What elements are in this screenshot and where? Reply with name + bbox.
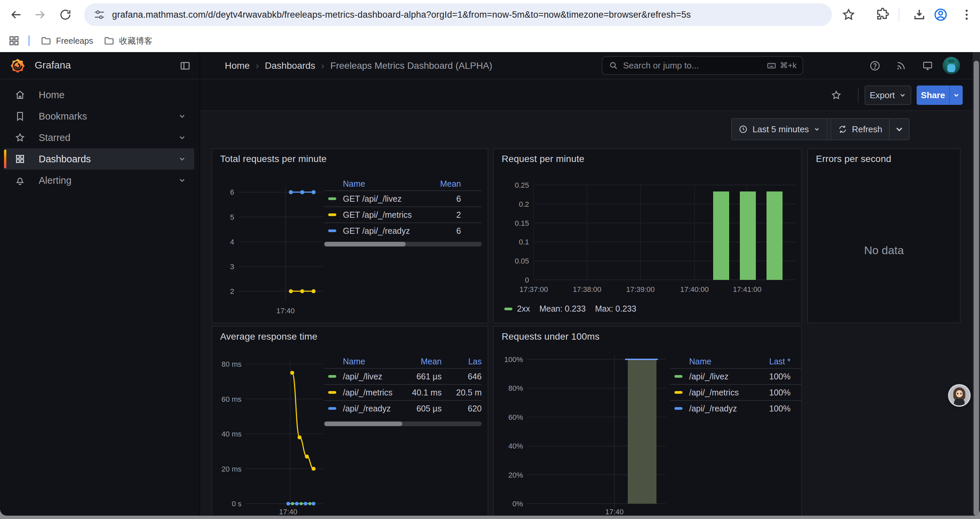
svg-text:0.1: 0.1 (519, 238, 529, 246)
dashboards-grid-icon (15, 153, 25, 164)
sidebar-item-starred[interactable]: Starred (4, 127, 194, 148)
breadcrumb-current: Freeleaps Metrics Dashboard (ALPHA) (330, 61, 492, 71)
legend-row: GET /api/_/readyz6 (324, 222, 482, 238)
news-rss-icon[interactable] (895, 60, 907, 72)
apps-grid-icon[interactable] (8, 35, 20, 47)
refresh-interval-dropdown[interactable] (889, 119, 909, 140)
chevron-down-icon[interactable] (178, 134, 186, 142)
extensions-icon[interactable] (875, 7, 890, 22)
legend-row: GET /api/_/livez6 (324, 190, 482, 206)
time-range-button[interactable]: Last 5 minutes (732, 119, 827, 140)
favorite-star-icon[interactable] (830, 89, 842, 101)
no-data-message: No data (808, 244, 960, 257)
svg-text:100%: 100% (504, 355, 523, 364)
grafana-sidebar: Grafana Home Bookmarks Starred (0, 52, 200, 516)
dashboard-actions-bar: Export Share (200, 80, 980, 111)
refresh-button[interactable]: Refresh (831, 119, 889, 140)
svg-text:4: 4 (230, 238, 234, 246)
bookmark-icon (15, 111, 25, 121)
assistant-avatar-image (949, 385, 969, 406)
legend-series-name[interactable]: GET /api/_/metrics (343, 210, 421, 220)
site-settings-icon[interactable] (94, 9, 105, 21)
legend-series-name[interactable]: /api/_/livez (689, 372, 744, 382)
legend-scrollbar[interactable] (324, 422, 482, 426)
request-per-minute-chart[interactable]: 0.250.20.150.10.05017:37:0017:38:0017:39… (494, 149, 803, 324)
refresh-icon (838, 125, 847, 134)
sidebar-nav: Home Bookmarks Starred Dashboards (0, 84, 199, 191)
legend-series-name[interactable]: GET /api/_/livez (343, 194, 421, 204)
legend-value: 40.1 ms (410, 388, 442, 398)
scrollbar-thumb[interactable] (974, 61, 979, 516)
legend-row: /api/_/readyz100% (670, 400, 801, 416)
legend-swatch (675, 407, 682, 410)
bell-icon (15, 175, 25, 186)
search-input[interactable]: Search or jump to... ⌘+k (602, 56, 803, 75)
user-avatar[interactable] (943, 57, 960, 74)
legend-series-name[interactable]: GET /api/_/readyz (343, 226, 421, 236)
sidebar-item-bookmarks[interactable]: Bookmarks (4, 105, 194, 127)
legend-row: /api/_/livez661 µs646 (324, 368, 482, 384)
browser-toolbar: grafana.mathmast.com/d/deytv4rwavabkb/fr… (0, 0, 980, 29)
legend-series-name[interactable]: /api/_/readyz (343, 404, 410, 414)
legend-series-name[interactable]: 2xx (517, 304, 530, 314)
back-icon[interactable] (8, 7, 24, 23)
chevron-down-icon (899, 91, 906, 99)
chevron-down-icon[interactable] (178, 155, 186, 163)
bookmark-folder-freeleaps[interactable]: Freeleaps (41, 35, 93, 46)
legend-value: 646 (442, 372, 482, 382)
legend-scrollbar[interactable] (324, 242, 482, 246)
downloads-icon[interactable] (912, 7, 927, 22)
share-dropdown-button[interactable] (949, 86, 963, 105)
svg-text:0%: 0% (512, 500, 523, 508)
sidebar-item-home[interactable]: Home (4, 84, 194, 105)
svg-text:20 ms: 20 ms (221, 465, 242, 473)
menu-dots-icon[interactable] (959, 7, 974, 22)
chevron-down-icon (894, 124, 904, 134)
grafana-header: Home › Dashboards › Freeleaps Metrics Da… (200, 52, 980, 80)
panel-requests-under-100ms: Requests under 100ms 100%80%60%40%20%0%1… (493, 326, 802, 516)
search-icon (609, 61, 618, 70)
sidebar-item-dashboards[interactable]: Dashboards (4, 148, 194, 170)
legend-col-value: Mean (421, 179, 461, 189)
sidebar-toggle-icon[interactable] (180, 60, 191, 72)
help-icon[interactable] (869, 60, 881, 72)
svg-text:17:40: 17:40 (279, 508, 297, 516)
grafana-logo-icon[interactable] (10, 58, 25, 73)
svg-text:17:40:00: 17:40:00 (680, 285, 709, 294)
legend-value: 2 (421, 210, 461, 220)
brand-name: Grafana (35, 59, 71, 71)
chevron-down-icon[interactable] (178, 176, 186, 184)
forward-icon[interactable] (32, 7, 48, 23)
panel-total-requests: Total requests per minute 6543217:40 Nam… (212, 148, 488, 323)
legend-max: Max: 0.233 (595, 304, 636, 314)
share-button[interactable]: Share (916, 86, 949, 105)
legend-col-name: Name (343, 357, 410, 366)
panel-request-per-minute: Request per minute 0.250.20.150.10.05017… (493, 148, 802, 323)
time-picker-group: Last 5 minutes (731, 118, 848, 140)
legend-series-name[interactable]: /api/_/readyz (689, 404, 744, 414)
legend-series-name[interactable]: /api/_/livez (343, 372, 410, 382)
sidebar-item-alerting[interactable]: Alerting (4, 170, 194, 191)
assistant-avatar[interactable] (948, 384, 970, 407)
actions-divider (858, 88, 859, 103)
reload-icon[interactable] (57, 7, 73, 23)
svg-text:0.15: 0.15 (515, 219, 529, 227)
legend-series-name[interactable]: /api/_/metrics (343, 388, 410, 398)
profile-icon[interactable] (933, 7, 948, 22)
legend-swatch (328, 407, 336, 410)
legend-swatch (328, 213, 336, 216)
breadcrumb: Home › Dashboards › Freeleaps Metrics Da… (225, 52, 492, 80)
breadcrumb-home[interactable]: Home (225, 61, 250, 71)
bookmark-star-icon[interactable] (841, 7, 856, 22)
panel-title[interactable]: Errors per second (816, 153, 891, 164)
export-button[interactable]: Export (865, 86, 911, 105)
url-text[interactable]: grafana.mathmast.com/d/deytv4rwavabkb/fr… (112, 10, 691, 20)
bookmark-folder-blogs[interactable]: 收藏博客 (104, 35, 153, 46)
legend-series-name[interactable]: /api/_/metrics (689, 388, 744, 398)
url-bar[interactable]: grafana.mathmast.com/d/deytv4rwavabkb/fr… (84, 3, 832, 26)
breadcrumb-dashboards[interactable]: Dashboards (265, 61, 315, 71)
legend-row: /api/_/livez100% (670, 368, 801, 384)
monitor-icon[interactable] (922, 60, 933, 72)
chevron-down-icon[interactable] (178, 112, 186, 120)
breadcrumb-separator: › (256, 61, 259, 71)
